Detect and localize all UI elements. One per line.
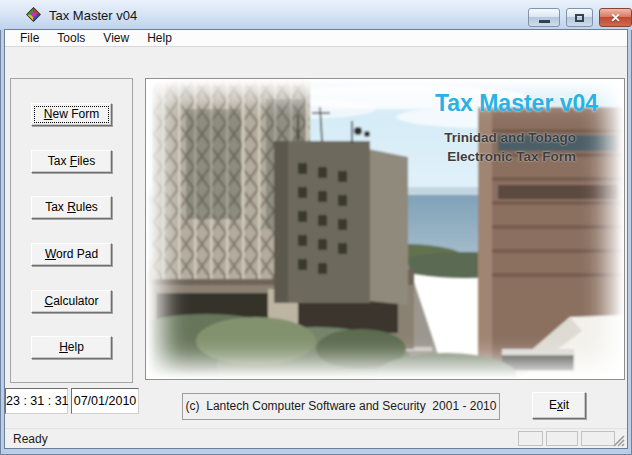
hero-subtitle: Trinidad and Tobago Electronic Tax Form (374, 128, 576, 166)
tax-rules-button[interactable]: Tax Rules (31, 196, 112, 219)
minimize-button[interactable] (528, 8, 560, 27)
word-pad-button[interactable]: Word Pad (31, 243, 112, 266)
hero-image-panel: Tax Master v04 Trinidad and Tobago Elect… (145, 78, 625, 380)
status-text: Ready (13, 432, 48, 446)
status-bar: Ready (5, 428, 627, 448)
calculator-button[interactable]: Calculator (31, 290, 112, 313)
hero-subtitle-line2: Electronic Tax Form (374, 147, 576, 166)
title-bar: Tax Master v04 ✕ (0, 0, 632, 30)
statusbar-panel (581, 431, 615, 446)
date-display[interactable]: 07/01/2010 (71, 388, 139, 414)
client-area: File Tools View Help New Form Tax Files … (5, 30, 627, 448)
statusbar-panel (546, 431, 578, 446)
time-display[interactable]: 23 : 31 : 31 (5, 388, 68, 414)
menu-view[interactable]: View (94, 30, 138, 47)
resize-grip-icon[interactable] (611, 433, 625, 447)
exit-button[interactable]: Exit (532, 392, 586, 419)
close-button[interactable]: ✕ (599, 8, 632, 27)
tax-files-button[interactable]: Tax Files (31, 150, 112, 173)
menu-tools[interactable]: Tools (48, 30, 94, 47)
statusbar-panel (518, 431, 543, 446)
menu-help[interactable]: Help (138, 30, 181, 47)
help-button[interactable]: Help (31, 336, 112, 359)
menu-file[interactable]: File (11, 30, 48, 47)
hero-title: Tax Master v04 (429, 90, 604, 117)
app-window: Tax Master v04 ✕ File Tools View Help Ne… (0, 0, 632, 455)
hero-photo (146, 79, 624, 379)
close-icon: ✕ (610, 12, 620, 24)
maximize-button[interactable] (566, 8, 593, 27)
hero-subtitle-line1: Trinidad and Tobago (374, 128, 576, 147)
gem-app-icon (25, 7, 42, 24)
new-form-button[interactable]: New Form (31, 103, 112, 126)
maximize-icon (575, 14, 584, 22)
copyright-label: (c) Lantech Computer Software and Securi… (182, 393, 500, 420)
minimize-icon (539, 20, 550, 23)
menu-bar: File Tools View Help (5, 30, 627, 47)
window-title: Tax Master v04 (49, 8, 137, 23)
